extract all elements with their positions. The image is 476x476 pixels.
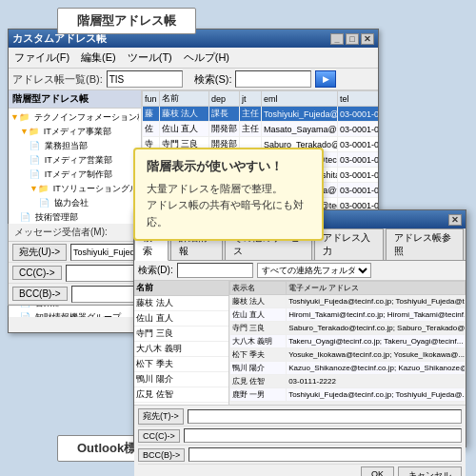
outlook-title-buttons: ✕ (448, 214, 462, 226)
outlook-addr-table: 表示名 電子メール アドレス 藤枝 法人Toshiyuki_Fujeda@tec… (229, 281, 466, 405)
top-label: 階層型アドレス帳 (57, 8, 196, 34)
cc-button[interactable]: CC(C)-> (12, 266, 62, 280)
table-row[interactable]: 鴨川 陽介Kazuo_Shikanoze@tecinf.co.jp; Kazuo… (230, 362, 466, 375)
tree-item-root[interactable]: ▼📁 テクノインフォメーション株式会社 (10, 110, 139, 125)
tree-item-label: ITソリューショングループ (53, 184, 139, 193)
list-item[interactable]: 広見 佐智 (134, 387, 228, 403)
tree-item-it[interactable]: ▼📁 ITメディア事業部 (10, 125, 139, 139)
outlook-dropdown[interactable]: すべての連絡先フォルダー (257, 263, 371, 278)
search-label: 検索(S): (194, 72, 232, 87)
balloon-line2: 大量アドレスを階層で整理。 (147, 181, 310, 198)
outlook-bcc-button[interactable]: BCC(B)-> (138, 448, 185, 462)
leaf-icon: 📄 (30, 141, 40, 150)
leaf-icon: 📄 (20, 312, 30, 317)
outlook-search-label: 検索(D): (138, 264, 173, 277)
balloon-line3: アドレス帳の共有や暗号化にも対応。 (147, 197, 310, 230)
outlook-name-list: 名前 藤枝 法人佐山 直人寺門 三良大八木 義明松下 季夫鴨川 陽介広見 佐智鹿… (134, 281, 229, 405)
col-name: 名前 (159, 91, 209, 107)
menu-bar: ファイル(F) 編集(E) ツール(T) ヘルプ(H) (9, 48, 378, 69)
table-row[interactable]: 広見 佐智03-0111-2222 (230, 375, 466, 388)
leaf-icon: 📄 (20, 212, 30, 222)
table-row[interactable]: 佐佐山 直人開発部主任Masato_Sayama@tecinf.co.jp03-… (143, 122, 379, 137)
outlook-cc-button[interactable]: CC(C)-> (138, 429, 180, 443)
tree-item-kyoryoku[interactable]: 📄 協力会社 (10, 196, 139, 210)
col-jt: jt (240, 91, 262, 107)
list-item[interactable]: 藤枝 法人 (134, 296, 228, 311)
leaf-icon: 📄 (39, 198, 50, 208)
table-row[interactable]: 松下 季夫Yosuke_Ikokawa@tecinf.co.jp; Yosuke… (230, 348, 466, 362)
list-item[interactable]: 鴨川 陽介 (134, 372, 228, 387)
search-input[interactable] (235, 70, 311, 88)
maximize-button[interactable]: □ (346, 33, 359, 45)
tree-item-tech[interactable]: 📄 技術管理部 (10, 210, 139, 225)
outlook-bcc-input[interactable] (188, 447, 462, 462)
outlook-to-button[interactable]: 宛先(T)-> (138, 408, 184, 425)
promotion-balloon: 階層表示が使いやすい！ 大量アドレスを階層で整理。 アドレス帳の共有や暗号化にも… (133, 148, 324, 241)
search-button[interactable]: ▶ (315, 70, 336, 88)
addrlist-label: アドレス帳一覧(B): (12, 72, 103, 87)
col-fun: fun (143, 91, 160, 107)
table-row[interactable]: 藤枝 法人Toshiyuki_Fujeda@tecinf.co.jp; Tosh… (230, 295, 466, 308)
table-row[interactable]: 藤藤枝 法人課長主任Toshiyuki_Fujeda@tecinf.co.jp0… (143, 107, 379, 122)
outlook-list-header: 名前 (134, 281, 228, 296)
list-item[interactable]: 寺門 三良 (134, 327, 228, 342)
tree-item-chizai[interactable]: 📄 知財情報機器グループ (10, 310, 139, 317)
title-bar-buttons: _ □ ✕ (330, 33, 374, 45)
list-item[interactable]: 大八木 義明 (134, 342, 228, 357)
addrlist-input[interactable] (107, 70, 183, 88)
outlook-col-name: 表示名 (230, 282, 287, 295)
table-row[interactable]: 鹿野 一男Toshiyuki_Fujeda@tecinf.co.jp; Tosh… (230, 388, 466, 402)
outlook-table: 表示名 電子メール アドレス 藤枝 法人Toshiyuki_Fujeda@tec… (229, 281, 466, 402)
tree-item-label: テクノインフォメーション株式会社 (34, 112, 139, 122)
tree-item-media-prod[interactable]: 📄 ITメディア制作部 (10, 168, 139, 182)
list-item[interactable]: 鹿野 一男 (134, 403, 228, 405)
minimize-button[interactable]: _ (330, 33, 344, 45)
tree-item-sol-group[interactable]: ▼📁 ITソリューショングループ (10, 182, 139, 196)
menu-tools[interactable]: ツール(T) (126, 50, 174, 66)
col-email: eml (262, 91, 338, 107)
outlook-bottom-row-bcc: BCC(B)-> (138, 446, 462, 465)
leaf-icon: 📄 (30, 155, 40, 165)
to-button[interactable]: 宛先(U)-> (12, 244, 67, 261)
outlook-bottom-row-cc: CC(C)-> (138, 426, 462, 446)
outlook-main: 名前 藤枝 法人佐山 直人寺門 三良大八木 義明松下 季夫鴨川 陽介広見 佐智鹿… (134, 281, 466, 405)
outlook-ok-button[interactable]: OK (361, 466, 394, 476)
outlook-bottom-row-to: 宛先(T)-> (138, 407, 462, 426)
outlook-to-input[interactable] (188, 409, 462, 424)
outlook-footer-buttons: OK キャンセル (138, 466, 462, 476)
folder-icon: ▼📁 (10, 112, 30, 122)
tree-item-media-sales[interactable]: 📄 ITメディア営業部 (10, 153, 139, 168)
tree-item-label: ITメディア制作部 (45, 169, 112, 179)
close-button[interactable]: ✕ (361, 33, 374, 45)
table-row[interactable]: 佐山 直人Hiromi_Takami@tecinf.co.jp; Hiromi_… (230, 308, 466, 322)
folder-icon: ▼📁 (30, 184, 49, 193)
table-row[interactable]: 寺門 三良Saburo_Terakado@tecinf.co.jp; Sabur… (230, 322, 466, 335)
outlook-bottom: 宛先(T)-> CC(C)-> BCC(B)-> OK キャンセル (134, 405, 466, 476)
menu-help[interactable]: ヘルプ(H) (182, 50, 231, 66)
bcc-button[interactable]: BCC(B)-> (12, 287, 68, 301)
tab-addr-input[interactable]: アドレス入力 (314, 228, 384, 260)
tree-item-gyomu[interactable]: 📄 業務担当部 (10, 139, 139, 153)
tree-item-label: 業務担当部 (45, 141, 88, 150)
outlook-cancel-button[interactable]: キャンセル (398, 466, 462, 476)
tree-item-label: ITメディア営業部 (45, 155, 112, 165)
outlook-window: 名前の選択：連絡先 ✕ 検索 詳細情報 その他のサービス アドレス入力 アドレス… (133, 209, 466, 447)
balloon-line1: 階層表示が使いやすい！ (147, 157, 310, 177)
outlook-search-input[interactable] (177, 263, 253, 278)
tree-item-label: 協力会社 (54, 198, 89, 208)
outlook-col-email: 電子メール アドレス (287, 282, 466, 295)
folder-icon: ▼📁 (20, 127, 39, 136)
table-row[interactable]: 大八木 義明Takeru_Oyagi@tecinf.co.jp; Takeru_… (230, 335, 466, 348)
leaf-icon: 📄 (30, 169, 40, 179)
col-tel: tel (338, 91, 378, 107)
menu-file[interactable]: ファイル(F) (12, 50, 71, 66)
outlook-close-button[interactable]: ✕ (448, 214, 462, 226)
menu-edit[interactable]: 編集(E) (79, 50, 118, 66)
list-item[interactable]: 松下 季夫 (134, 357, 228, 372)
tab-addr-ref[interactable]: アドレス帳参照 (386, 228, 464, 260)
outlook-cc-input[interactable] (184, 428, 462, 443)
col-dep: dep (209, 91, 240, 107)
tree-item-label: 知財情報機器グループ (35, 312, 121, 317)
list-item[interactable]: 佐山 直人 (134, 311, 228, 327)
main-toolbar: アドレス帳一覧(B): 検索(S): ▶ (9, 69, 378, 90)
